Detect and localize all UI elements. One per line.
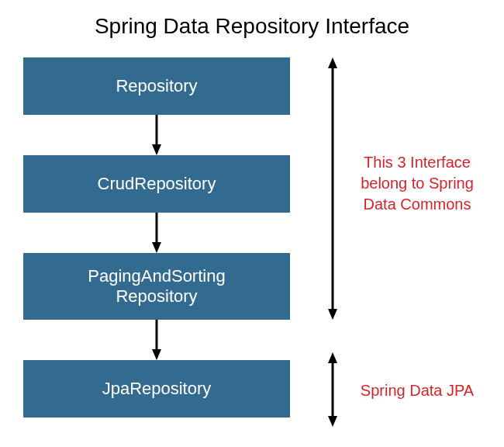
annotation-commons: This 3 Interface belong to Spring Data C… <box>347 152 487 215</box>
box-paging-sorting-label: PagingAndSorting Repository <box>88 266 225 307</box>
annotation-commons-line2: belong to Spring <box>361 175 474 192</box>
svg-marker-11 <box>328 416 337 427</box>
svg-marker-1 <box>152 144 161 155</box>
annotation-commons-line1: This 3 Interface <box>364 154 471 171</box>
box-crud-repository: CrudRepository <box>23 155 290 213</box>
box-jpa-repository-label: JpaRepository <box>102 379 212 399</box>
box-jpa-repository: JpaRepository <box>23 360 290 418</box>
box-crud-repository-label: CrudRepository <box>98 174 216 194</box>
svg-marker-10 <box>328 352 337 363</box>
bracket-commons <box>326 57 340 320</box>
box-paging-sorting-line1: PagingAndSorting <box>88 266 225 286</box>
box-paging-sorting-repository: PagingAndSorting Repository <box>23 253 290 320</box>
arrow-1 <box>152 115 161 155</box>
bracket-jpa <box>326 352 340 427</box>
arrow-3 <box>152 320 161 360</box>
svg-marker-7 <box>328 57 337 68</box>
svg-marker-3 <box>152 242 161 253</box>
svg-marker-8 <box>328 309 337 320</box>
diagram-title: Spring Data Repository Interface <box>0 0 504 47</box>
svg-marker-5 <box>152 349 161 360</box>
diagram-area: Repository CrudRepository PagingAndSorti… <box>0 47 504 442</box>
box-paging-sorting-line2: Repository <box>116 286 197 306</box>
arrow-2 <box>152 213 161 253</box>
annotation-commons-line3: Data Commons <box>364 196 471 213</box>
box-repository-label: Repository <box>116 76 197 96</box>
annotation-jpa: Spring Data JPA <box>347 380 487 401</box>
box-repository: Repository <box>23 57 290 115</box>
annotation-jpa-text: Spring Data JPA <box>361 382 474 399</box>
